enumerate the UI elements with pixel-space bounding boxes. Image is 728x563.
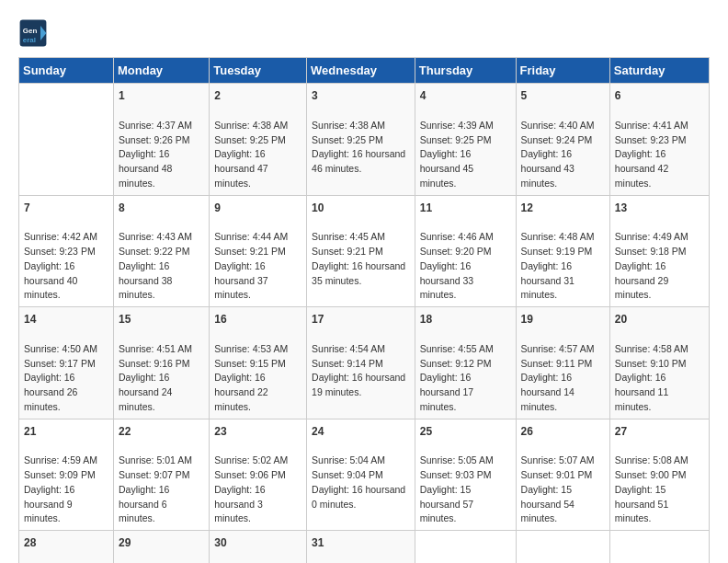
day-number: 4 [420, 87, 511, 104]
sunrise-text: Sunrise: 5:05 AM [420, 454, 494, 465]
day-number: 22 [119, 423, 204, 440]
sunset-text: Sunset: 9:25 PM [420, 134, 492, 145]
calendar-cell: 2Sunrise: 4:38 AMSunset: 9:25 PMDaylight… [210, 84, 307, 196]
sunrise-text: Sunrise: 4:59 AM [24, 454, 97, 465]
sunset-text: Sunset: 9:04 PM [312, 469, 383, 480]
sunrise-text: Sunrise: 4:53 AM [214, 343, 288, 354]
week-row-2: 7Sunrise: 4:42 AMSunset: 9:23 PMDaylight… [19, 195, 710, 307]
sunset-text: Sunset: 9:10 PM [615, 358, 687, 369]
sunrise-text: Sunrise: 5:01 AM [119, 454, 192, 465]
sunset-text: Sunset: 9:16 PM [119, 358, 190, 369]
day-number: 23 [214, 423, 301, 440]
day-number: 31 [312, 534, 410, 551]
sunrise-text: Sunrise: 4:38 AM [312, 120, 385, 131]
sunset-text: Sunset: 9:22 PM [119, 246, 190, 257]
day-number: 9 [214, 200, 301, 216]
sunset-text: Sunset: 9:09 PM [24, 469, 96, 480]
calendar-cell: 5Sunrise: 4:40 AMSunset: 9:24 PMDaylight… [516, 84, 609, 196]
sunset-text: Sunset: 9:21 PM [312, 246, 383, 257]
day-number: 7 [24, 200, 108, 216]
calendar-cell: 8Sunrise: 4:43 AMSunset: 9:22 PMDaylight… [113, 195, 209, 307]
sunrise-text: Sunrise: 5:07 AM [521, 454, 595, 465]
sunset-text: Sunset: 9:11 PM [521, 358, 593, 369]
daylight-text: Daylight: 16 hours [312, 484, 390, 495]
day-number: 2 [214, 87, 301, 104]
sunset-text: Sunset: 9:06 PM [214, 469, 286, 480]
sunrise-text: Sunrise: 4:58 AM [615, 343, 688, 354]
calendar-cell: 14Sunrise: 4:50 AMSunset: 9:17 PMDayligh… [19, 307, 114, 419]
sunset-text: Sunset: 9:01 PM [521, 469, 593, 480]
calendar-cell [609, 531, 709, 564]
page-header: Gen eral [18, 18, 710, 48]
day-number: 17 [312, 311, 410, 327]
day-number: 10 [312, 200, 410, 216]
calendar-cell: 12Sunrise: 4:48 AMSunset: 9:19 PMDayligh… [516, 195, 609, 307]
day-number: 6 [615, 87, 704, 104]
sunrise-text: Sunrise: 4:50 AM [24, 343, 97, 354]
day-number: 20 [615, 311, 704, 327]
day-number: 18 [420, 311, 511, 327]
column-header-tuesday: Tuesday [210, 58, 307, 84]
calendar-cell: 13Sunrise: 4:49 AMSunset: 9:18 PMDayligh… [609, 195, 709, 307]
sunset-text: Sunset: 9:19 PM [521, 246, 593, 257]
calendar-cell: 4Sunrise: 4:39 AMSunset: 9:25 PMDaylight… [415, 84, 516, 196]
sunrise-text: Sunrise: 4:43 AM [119, 231, 192, 242]
calendar-cell: 1Sunrise: 4:37 AMSunset: 9:26 PMDaylight… [113, 84, 209, 196]
daylight-text: Daylight: 16 hours [312, 372, 390, 383]
calendar-cell: 30Sunrise: 5:13 AMSunset: 8:55 PMDayligh… [210, 531, 307, 564]
calendar-cell: 7Sunrise: 4:42 AMSunset: 9:23 PMDaylight… [19, 195, 114, 307]
calendar-cell: 3Sunrise: 4:38 AMSunset: 9:25 PMDaylight… [307, 84, 415, 196]
calendar-cell: 19Sunrise: 4:57 AMSunset: 9:11 PMDayligh… [516, 307, 609, 419]
sunset-text: Sunset: 9:23 PM [615, 134, 687, 145]
day-number: 12 [521, 200, 605, 216]
sunset-text: Sunset: 9:15 PM [214, 358, 286, 369]
sunrise-text: Sunrise: 4:39 AM [420, 120, 494, 131]
sunrise-text: Sunrise: 5:08 AM [615, 454, 688, 465]
sunset-text: Sunset: 9:03 PM [420, 469, 492, 480]
calendar-cell: 21Sunrise: 4:59 AMSunset: 9:09 PMDayligh… [19, 419, 114, 531]
sunrise-text: Sunrise: 4:54 AM [312, 343, 385, 354]
logo-icon: Gen eral [18, 18, 48, 48]
sunset-text: Sunset: 9:23 PM [24, 246, 96, 257]
sunrise-text: Sunrise: 5:02 AM [214, 454, 288, 465]
week-row-4: 21Sunrise: 4:59 AMSunset: 9:09 PMDayligh… [19, 419, 710, 531]
sunset-text: Sunset: 9:20 PM [420, 246, 492, 257]
sunset-text: Sunset: 9:17 PM [24, 358, 96, 369]
day-number: 3 [312, 87, 410, 104]
calendar-cell: 18Sunrise: 4:55 AMSunset: 9:12 PMDayligh… [415, 307, 516, 419]
sunrise-text: Sunrise: 4:46 AM [420, 231, 494, 242]
day-number: 16 [214, 311, 301, 327]
week-row-3: 14Sunrise: 4:50 AMSunset: 9:17 PMDayligh… [19, 307, 710, 419]
sunset-text: Sunset: 9:07 PM [119, 469, 190, 480]
day-number: 21 [24, 423, 108, 440]
column-header-saturday: Saturday [609, 58, 709, 84]
calendar-cell: 29Sunrise: 5:11 AMSunset: 8:57 PMDayligh… [113, 531, 209, 564]
sunrise-text: Sunrise: 4:42 AM [24, 231, 97, 242]
day-number: 11 [420, 200, 511, 216]
sunrise-text: Sunrise: 4:55 AM [420, 343, 494, 354]
sunset-text: Sunset: 9:12 PM [420, 358, 492, 369]
sunset-text: Sunset: 9:25 PM [214, 134, 286, 145]
column-header-wednesday: Wednesday [307, 58, 415, 84]
sunset-text: Sunset: 9:25 PM [312, 134, 383, 145]
calendar-cell [415, 531, 516, 564]
calendar-cell: 6Sunrise: 4:41 AMSunset: 9:23 PMDaylight… [609, 84, 709, 196]
calendar-cell: 20Sunrise: 4:58 AMSunset: 9:10 PMDayligh… [609, 307, 709, 419]
sunset-text: Sunset: 9:14 PM [312, 358, 383, 369]
sunset-text: Sunset: 9:18 PM [615, 246, 687, 257]
sunrise-text: Sunrise: 4:49 AM [615, 231, 688, 242]
svg-text:eral: eral [23, 36, 36, 44]
calendar-cell: 22Sunrise: 5:01 AMSunset: 9:07 PMDayligh… [113, 419, 209, 531]
calendar-cell: 10Sunrise: 4:45 AMSunset: 9:21 PMDayligh… [307, 195, 415, 307]
day-number: 24 [312, 423, 410, 440]
svg-text:Gen: Gen [23, 27, 38, 35]
sunrise-text: Sunrise: 4:45 AM [312, 231, 385, 242]
day-number: 8 [119, 200, 204, 216]
sunset-text: Sunset: 9:21 PM [214, 246, 286, 257]
day-number: 15 [119, 311, 204, 327]
calendar-table: SundayMondayTuesdayWednesdayThursdayFrid… [18, 57, 710, 563]
day-number: 28 [24, 534, 108, 551]
day-number: 27 [615, 423, 704, 440]
calendar-cell: 23Sunrise: 5:02 AMSunset: 9:06 PMDayligh… [210, 419, 307, 531]
day-number: 1 [119, 87, 204, 104]
